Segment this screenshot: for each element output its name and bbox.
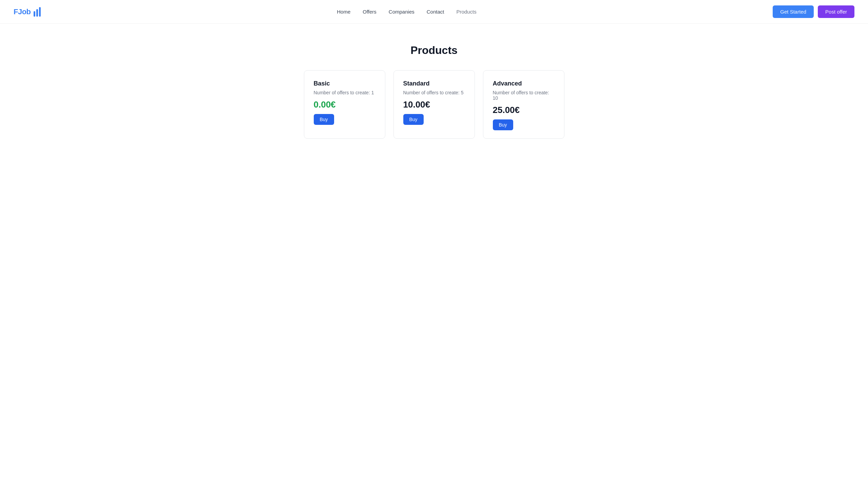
header-buttons: Get Started Post offer [773,5,854,18]
buy-button-standard[interactable]: Buy [403,114,424,125]
product-price-advanced: 25.00€ [493,105,555,115]
logo-text: FJob [14,7,31,16]
product-price-standard: 10.00€ [403,99,465,110]
get-started-button[interactable]: Get Started [773,5,814,18]
header: FJob Home Offers Companies Contact Produ… [0,0,868,24]
post-offer-button[interactable]: Post offer [818,5,854,18]
logo-bar-1 [34,11,35,17]
product-card-advanced: Advanced Number of offers to create: 10 … [483,70,564,139]
logo-bar-3 [39,7,41,17]
product-offers-advanced: Number of offers to create: 10 [493,90,555,101]
logo-bars-icon [34,7,41,17]
product-price-basic: 0.00€ [314,99,375,110]
page-title: Products [410,44,458,57]
product-card-basic: Basic Number of offers to create: 1 0.00… [304,70,385,139]
products-grid: Basic Number of offers to create: 1 0.00… [304,70,564,139]
main-nav: Home Offers Companies Contact Products [337,9,476,15]
nav-home[interactable]: Home [337,9,350,15]
buy-button-advanced[interactable]: Buy [493,119,513,130]
nav-contact[interactable]: Contact [427,9,444,15]
nav-offers[interactable]: Offers [363,9,377,15]
product-name-basic: Basic [314,80,375,87]
product-name-advanced: Advanced [493,80,555,87]
product-name-standard: Standard [403,80,465,87]
product-offers-basic: Number of offers to create: 1 [314,90,375,95]
buy-button-basic[interactable]: Buy [314,114,334,125]
main-content: Products Basic Number of offers to creat… [0,24,868,159]
logo-bar-2 [36,9,38,17]
nav-products[interactable]: Products [456,9,476,15]
product-card-standard: Standard Number of offers to create: 5 1… [393,70,475,139]
logo[interactable]: FJob [14,7,41,17]
nav-companies[interactable]: Companies [389,9,414,15]
product-offers-standard: Number of offers to create: 5 [403,90,465,95]
